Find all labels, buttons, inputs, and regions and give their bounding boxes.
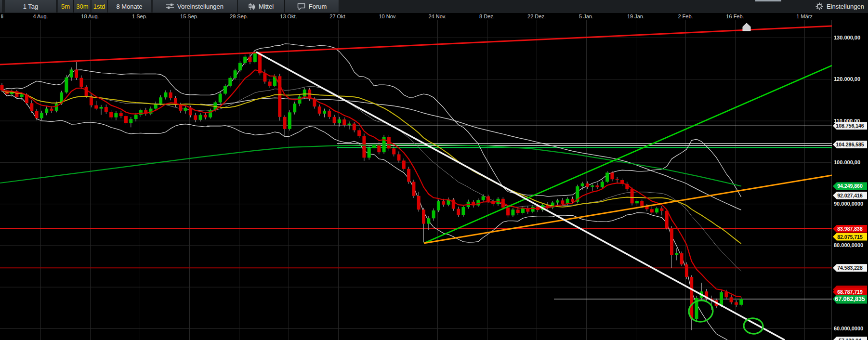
x-axis-label: li [1, 13, 3, 19]
x-axis-label: 13 Okt. [280, 13, 297, 19]
chart-application: 1 Tag 5m 30m 1std 8 Monate Voreinstellun [0, 0, 868, 340]
price-tag: 82.075,715 [833, 233, 867, 241]
price-label: 60.000,0000 [834, 326, 863, 331]
x-axis-label: 10 Nov. [379, 13, 396, 19]
x-axis-label: 5 Jan. [579, 13, 593, 19]
price-label: 100.000,00 [834, 159, 860, 165]
price-tag: 104.286,585 [833, 141, 867, 148]
price-tag: 83.987,838 [833, 225, 867, 233]
range-button[interactable]: 8 Monate [108, 0, 151, 13]
price-label: 90.000,0000 [834, 201, 863, 207]
x-axis-label: 4 Aug. [33, 13, 48, 19]
timeframe-label: 1 Tag [23, 3, 39, 10]
price-label: 130.000,00 [834, 35, 860, 40]
timeframe-button[interactable]: 1 Tag [5, 0, 57, 13]
price-tag: 67.062,835 [833, 295, 867, 304]
price-tag: 74.583,228 [833, 264, 867, 272]
x-axis-label: 24 Nov. [428, 13, 446, 19]
settings-button[interactable]: Einstellungen [794, 0, 866, 13]
x-axis-label: 1 März [796, 13, 813, 19]
x-axis-label: 16 Feb. [726, 13, 744, 19]
gear-icon [815, 2, 823, 10]
price-tag: 57.120,04 [833, 337, 867, 340]
price-tag: 108.756,146 [833, 122, 867, 130]
price-label: 120.000,00 [834, 76, 860, 82]
top-scrollbar-thumb[interactable] [755, 0, 781, 1]
x-axis-label: 18 Aug. [81, 13, 99, 19]
candlestick-icon [249, 3, 255, 10]
sliders-icon [166, 3, 174, 10]
x-axis-label: 22 Dez. [527, 13, 546, 19]
x-axis-label: 19 Jan. [627, 13, 644, 19]
x-axis-label: 1 Sep. [132, 13, 147, 19]
interval-30m-button[interactable]: 30m [74, 0, 91, 13]
x-axis-label: 8 Dez. [479, 13, 495, 19]
price-label: 80.000,0000 [834, 242, 863, 248]
price-tag: 94.249,860 [833, 182, 867, 190]
speech-bubble-icon [297, 3, 305, 10]
toolbar: 1 Tag 5m 30m 1std 8 Monate Voreinstellun [0, 0, 868, 13]
interval-5m-button[interactable]: 5m [58, 0, 74, 13]
x-axis-label: 29 Sep. [230, 13, 248, 19]
chart-canvas[interactable] [0, 0, 868, 340]
toolbar-edge-button[interactable] [0, 0, 3, 13]
presets-button[interactable]: Voreinstellungen [153, 0, 237, 13]
interval-1std-button[interactable]: 1std [92, 0, 107, 13]
forum-button[interactable]: Forum [285, 0, 339, 13]
x-axis-label: 27 Okt. [329, 13, 346, 19]
indicator-button[interactable]: Mittel [238, 0, 285, 13]
price-tag: 92.027,416 [833, 192, 867, 199]
date-axis: li4 Aug.18 Aug.1 Sep.15 Sep.29 Sep.13 Ok… [0, 13, 868, 20]
x-axis-label: 15 Sep. [180, 13, 198, 19]
x-axis-label: 2 Feb. [678, 13, 693, 19]
price-axis: 130.000,00120.000,00110.000,00100.000,00… [832, 20, 868, 340]
